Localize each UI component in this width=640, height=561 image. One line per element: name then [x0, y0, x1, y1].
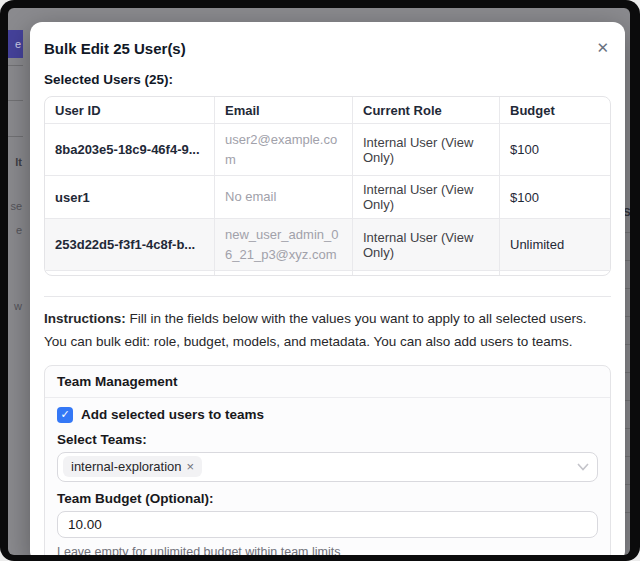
column-header-current-role: Current Role	[353, 97, 500, 123]
budget-cell: $100	[500, 176, 610, 218]
section-divider	[44, 296, 611, 297]
budget-cell: Unlimited	[500, 219, 610, 270]
chevron-down-icon[interactable]	[577, 463, 589, 471]
checkbox-label: Add selected users to teams	[81, 407, 264, 422]
team-tag-label: internal-exploration	[71, 459, 182, 474]
user-id-cell: 5dbd2335-cdd6-47ca-b...	[45, 271, 215, 276]
budget-cell: $100	[500, 124, 610, 175]
dimmed-page-backdrop: e lt se e w SS - - - - - - - - - - -	[8, 8, 630, 555]
table-row: 5dbd2335-cdd6-47ca-b... inter Internal U…	[45, 270, 610, 276]
budget-cell: Unlimited	[500, 271, 610, 276]
email-cell: user2@example.com	[215, 124, 353, 175]
selected-users-table[interactable]: User ID Email Current Role Budget 8ba203…	[44, 96, 611, 276]
team-budget-label: Team Budget (Optional):	[57, 491, 598, 506]
tag-remove-icon[interactable]: ×	[187, 459, 195, 474]
column-header-user-id: User ID	[45, 97, 215, 123]
email-cell: new_user_admin_06_21_p3@xyz.com	[215, 219, 353, 270]
window-frame: e lt se e w SS - - - - - - - - - - -	[0, 0, 640, 561]
table-row: 8ba203e5-18c9-46f4-9... user2@example.co…	[45, 123, 610, 175]
close-icon[interactable]: ✕	[594, 36, 611, 59]
backdrop-text-fragment: lt	[15, 156, 22, 168]
user-id-cell: user1	[45, 176, 215, 218]
backdrop-blue-button-fragment: e	[8, 30, 23, 58]
table-header-row: User ID Email Current Role Budget	[45, 97, 610, 123]
modal-title: Bulk Edit 25 User(s)	[44, 36, 186, 57]
backdrop-left-strip: e lt se e w	[8, 8, 23, 555]
user-id-cell: 253d22d5-f3f1-4c8f-b...	[45, 219, 215, 270]
checkbox-checked-icon[interactable]: ✓	[57, 407, 73, 423]
role-cell: Internal User (View Only)	[353, 219, 500, 270]
user-id-cell: 8ba203e5-18c9-46f4-9...	[45, 124, 215, 175]
selected-users-label: Selected Users (25):	[44, 72, 611, 87]
email-cell: inter	[215, 271, 353, 276]
role-cell: Internal User (View Only)	[353, 176, 500, 218]
select-teams-label: Select Teams:	[57, 432, 598, 447]
role-cell: Internal User (View Only)	[353, 271, 500, 276]
email-cell: No email	[215, 176, 353, 218]
table-row: user1 No email Internal User (View Only)…	[45, 175, 610, 218]
column-header-budget: Budget	[500, 97, 610, 123]
team-management-card: Team Management ✓ Add selected users to …	[44, 365, 611, 555]
instructions-prefix: Instructions:	[44, 311, 126, 326]
backdrop-text-fragment: se	[10, 200, 22, 212]
budget-helper-text: Leave empty for unlimited budget within …	[57, 545, 598, 555]
backdrop-text-fragment: e	[16, 224, 22, 236]
backdrop-text-fragment: w	[14, 300, 22, 312]
team-budget-input[interactable]	[57, 511, 598, 538]
teams-multiselect[interactable]: internal-exploration ×	[57, 452, 598, 482]
table-row: 253d22d5-f3f1-4c8f-b... new_user_admin_0…	[45, 218, 610, 270]
column-header-email: Email	[215, 97, 353, 123]
instructions-text: Instructions: Fill in the fields below w…	[44, 308, 611, 354]
add-users-to-teams-checkbox-row[interactable]: ✓ Add selected users to teams	[57, 407, 598, 423]
team-tag: internal-exploration ×	[63, 456, 202, 477]
role-cell: Internal User (View Only)	[353, 124, 500, 175]
bulk-edit-modal: Bulk Edit 25 User(s) ✕ Selected Users (2…	[30, 22, 625, 555]
team-management-header: Team Management	[45, 366, 610, 398]
